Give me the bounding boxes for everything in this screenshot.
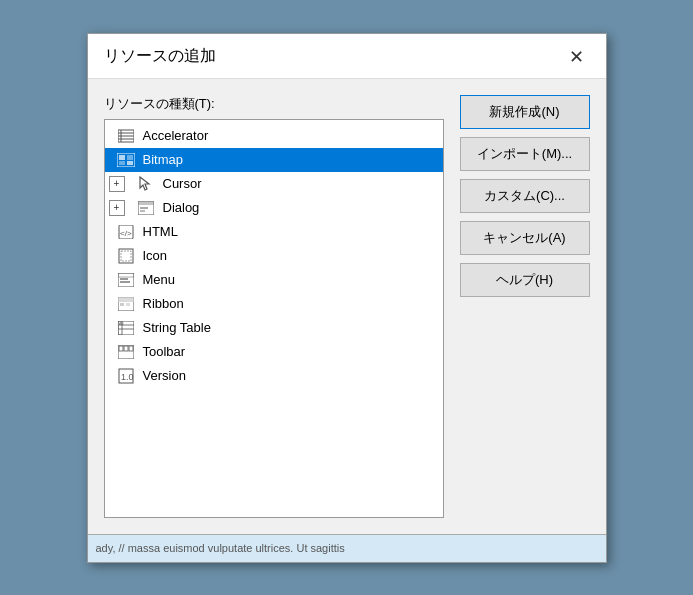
list-item-version[interactable]: 1.0 Version bbox=[105, 364, 443, 388]
status-bar: ady, // massa euismod vulputate ultrices… bbox=[88, 534, 606, 562]
dialog-title: リソースの追加 bbox=[104, 46, 216, 67]
cursor-expand-icon[interactable]: + bbox=[109, 176, 125, 192]
svg-rect-32 bbox=[118, 345, 134, 359]
cursor-label: Cursor bbox=[163, 176, 202, 191]
version-icon: 1.0 bbox=[117, 367, 135, 385]
resource-list[interactable]: Accelerator Bitmap bbox=[104, 119, 444, 518]
list-item-dialog[interactable]: + Dialog bbox=[105, 196, 443, 220]
svg-rect-18 bbox=[121, 251, 131, 261]
svg-rect-9 bbox=[127, 161, 133, 165]
list-item-html[interactable]: </> HTML bbox=[105, 220, 443, 244]
svg-rect-12 bbox=[138, 201, 154, 205]
right-panel: 新規作成(N) インポート(M)... カスタム(C)... キャンセル(A) … bbox=[460, 95, 590, 518]
string-table-icon: AB bbox=[117, 319, 135, 337]
import-button[interactable]: インポート(M)... bbox=[460, 137, 590, 171]
svg-rect-19 bbox=[118, 273, 134, 287]
add-resource-dialog: リソースの追加 ✕ リソースの種類(T): bbox=[87, 33, 607, 563]
html-label: HTML bbox=[143, 224, 178, 239]
cancel-button[interactable]: キャンセル(A) bbox=[460, 221, 590, 255]
list-item-bitmap[interactable]: Bitmap bbox=[105, 148, 443, 172]
ribbon-icon bbox=[117, 295, 135, 313]
svg-rect-24 bbox=[118, 297, 134, 302]
list-item-icon[interactable]: Icon bbox=[105, 244, 443, 268]
string-table-label: String Table bbox=[143, 320, 211, 335]
svg-rect-14 bbox=[140, 210, 145, 212]
status-text: ady, // massa euismod vulputate ultrices… bbox=[96, 542, 345, 554]
list-item-accelerator[interactable]: Accelerator bbox=[105, 124, 443, 148]
help-button[interactable]: ヘルプ(H) bbox=[460, 263, 590, 297]
dialog-body: リソースの種類(T): Accelerator bbox=[88, 79, 606, 534]
svg-rect-35 bbox=[129, 346, 133, 351]
menu-label: Menu bbox=[143, 272, 176, 287]
custom-button[interactable]: カスタム(C)... bbox=[460, 179, 590, 213]
svg-rect-34 bbox=[124, 346, 128, 351]
svg-text:1.0: 1.0 bbox=[121, 372, 134, 382]
menu-icon bbox=[117, 271, 135, 289]
new-button[interactable]: 新規作成(N) bbox=[460, 95, 590, 129]
accelerator-icon bbox=[117, 127, 135, 145]
svg-rect-7 bbox=[127, 155, 133, 160]
svg-rect-20 bbox=[118, 273, 134, 277]
html-icon: </> bbox=[117, 223, 135, 241]
list-item-string-table[interactable]: AB String Table bbox=[105, 316, 443, 340]
cursor-icon bbox=[137, 175, 155, 193]
dialog-expand-icon[interactable]: + bbox=[109, 200, 125, 216]
left-panel: リソースの種類(T): Accelerator bbox=[104, 95, 444, 518]
svg-rect-13 bbox=[140, 207, 148, 209]
toolbar-label: Toolbar bbox=[143, 344, 186, 359]
list-item-cursor[interactable]: + Cursor bbox=[105, 172, 443, 196]
svg-rect-33 bbox=[119, 346, 123, 351]
icon-res-icon bbox=[117, 247, 135, 265]
accelerator-label: Accelerator bbox=[143, 128, 209, 143]
svg-rect-26 bbox=[126, 303, 130, 306]
version-label: Version bbox=[143, 368, 186, 383]
list-label: リソースの種類(T): bbox=[104, 95, 444, 113]
list-item-ribbon[interactable]: Ribbon bbox=[105, 292, 443, 316]
svg-text:</>: </> bbox=[120, 229, 132, 238]
icon-res-label: Icon bbox=[143, 248, 168, 263]
ribbon-label: Ribbon bbox=[143, 296, 184, 311]
title-bar: リソースの追加 ✕ bbox=[88, 34, 606, 79]
bitmap-icon bbox=[117, 151, 135, 169]
list-item-toolbar[interactable]: Toolbar bbox=[105, 340, 443, 364]
svg-marker-10 bbox=[140, 177, 149, 190]
dialog-res-icon bbox=[137, 199, 155, 217]
bitmap-label: Bitmap bbox=[143, 152, 183, 167]
svg-rect-25 bbox=[120, 303, 124, 306]
toolbar-icon bbox=[117, 343, 135, 361]
svg-text:AB: AB bbox=[119, 321, 124, 325]
dialog-label: Dialog bbox=[163, 200, 200, 215]
list-item-menu[interactable]: Menu bbox=[105, 268, 443, 292]
close-button[interactable]: ✕ bbox=[563, 46, 590, 68]
svg-rect-8 bbox=[119, 161, 125, 165]
svg-rect-6 bbox=[119, 155, 125, 160]
